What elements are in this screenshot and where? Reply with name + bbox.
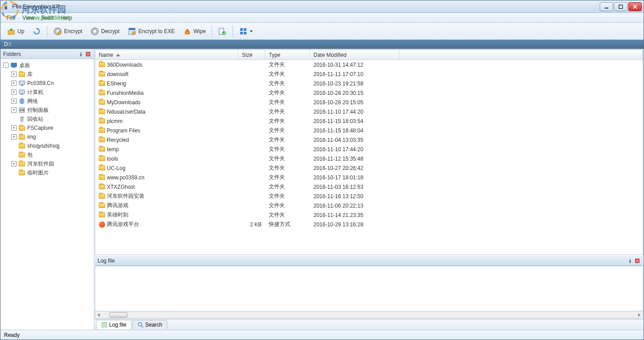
control-icon: [18, 106, 25, 114]
pin-icon[interactable]: [627, 258, 633, 264]
folder-icon: [99, 128, 105, 133]
encrypt-exe-button[interactable]: Encrypt to EXE: [124, 25, 178, 38]
decrypt-button[interactable]: Decrypt: [87, 25, 123, 38]
file-list[interactable]: Name Size Type Date Modified 360Download…: [95, 50, 643, 255]
svg-rect-20: [244, 32, 246, 34]
menu-view[interactable]: View: [19, 14, 38, 22]
tree-node[interactable]: shsqysdshsqj: [0, 141, 94, 150]
cell-type: 文件夹: [265, 154, 310, 163]
svg-rect-27: [19, 81, 25, 85]
file-row[interactable]: 河东软件园安装文件夹2016-11-16 13:12:50: [95, 191, 643, 201]
svg-rect-17: [240, 28, 243, 31]
cell-name: XTXZGhost: [95, 183, 238, 191]
file-row[interactable]: 腾讯游戏平台2 KB快捷方式2016-10-29 13:16:28: [95, 220, 643, 229]
tree-node[interactable]: +控制面板: [0, 106, 94, 115]
cell-name: Recycled: [95, 136, 238, 144]
tree-node[interactable]: +网络: [0, 97, 94, 106]
file-row[interactable]: FunshionMedia文件夹2016-10-28 20:30:15: [95, 88, 643, 98]
tree-node[interactable]: +img: [0, 132, 94, 141]
tree-toggle-icon[interactable]: +: [11, 161, 17, 166]
file-row[interactable]: plcmm文件夹2016-11-15 18:03:54: [95, 116, 643, 126]
menu-tools[interactable]: Tools: [38, 14, 57, 22]
column-size[interactable]: Size: [238, 50, 265, 60]
file-row[interactable]: ESheng文件夹2016-10-23 19:21:58: [95, 79, 643, 88]
tree-toggle-icon[interactable]: +: [11, 125, 17, 131]
tree-node[interactable]: +Pc0359.Cn: [0, 79, 94, 88]
toolbar-separator: [212, 26, 212, 37]
tree-node[interactable]: 包: [0, 150, 94, 159]
up-button[interactable]: Up: [3, 25, 28, 38]
tree-toggle-icon[interactable]: +: [11, 72, 17, 77]
menu-help[interactable]: Help: [57, 14, 76, 22]
file-row[interactable]: UC-Log文件夹2016-10-27 20:26:42: [95, 163, 643, 173]
maximize-button[interactable]: [614, 2, 627, 11]
computer-icon: [18, 80, 25, 87]
log-scrollbar[interactable]: [95, 311, 643, 319]
file-row[interactable]: Recycled文件夹2016-11-04 13:03:35: [95, 135, 643, 144]
file-row[interactable]: 腾讯游戏文件夹2016-11-06 20:22:13: [95, 201, 643, 210]
cell-size: [238, 196, 265, 197]
tree-toggle-icon[interactable]: +: [11, 107, 17, 113]
tree-node[interactable]: +FSCapture: [0, 123, 94, 132]
log-body[interactable]: [95, 266, 643, 311]
tree-toggle-icon[interactable]: +: [11, 134, 17, 140]
folder-icon: [99, 81, 105, 86]
panel-close-icon[interactable]: [85, 51, 91, 57]
svg-point-44: [138, 323, 142, 326]
tree-label: 网络: [27, 98, 38, 105]
file-row[interactable]: downsoft文件夹2016-11-11 17:07:10: [95, 69, 643, 79]
computer-icon: [18, 89, 25, 96]
tree-toggle-icon[interactable]: +: [11, 81, 17, 86]
column-name[interactable]: Name: [95, 50, 238, 60]
folder-icon: [99, 90, 105, 95]
file-row[interactable]: tools文件夹2016-11-12 15:35:48: [95, 154, 643, 163]
view-mode-button[interactable]: [235, 25, 257, 38]
log-header: Log file: [95, 256, 643, 266]
cell-type: 快捷方式: [265, 220, 310, 229]
panel-close-icon[interactable]: [634, 258, 640, 264]
file-row[interactable]: MyDownloads文件夹2016-10-28 20:15:05: [95, 98, 643, 107]
cell-date: 2016-10-29 13:16:28: [310, 221, 399, 229]
app-window: File Encryption XP File View Tools Help …: [0, 0, 644, 340]
cell-date: 2016-11-15 16:48:04: [310, 127, 399, 135]
tree-node[interactable]: +河东软件园: [0, 159, 94, 168]
cell-size: [238, 111, 265, 113]
tab-logfile[interactable]: Log file: [96, 320, 131, 329]
file-row[interactable]: temp文件夹2016-11-10 17:44:20: [95, 144, 643, 154]
tree-toggle-icon[interactable]: -: [3, 63, 8, 68]
folder-tree[interactable]: -桌面+库+Pc0359.Cn+计算机+网络+控制面板回收站+FSCapture…: [0, 59, 94, 330]
tree-node[interactable]: 回收站: [0, 115, 94, 123]
encrypt-button[interactable]: Encrypt: [50, 25, 86, 38]
cell-size: [238, 177, 265, 178]
tree-toggle-icon[interactable]: +: [11, 98, 17, 104]
file-row[interactable]: 英雄时刻文件夹2016-11-14 21:23:35: [95, 210, 643, 220]
file-row[interactable]: 360Downloads文件夹2016-10-31 14:47:12: [95, 60, 643, 69]
tab-search[interactable]: Search: [132, 320, 167, 329]
file-row[interactable]: NduoaUserData文件夹2016-11-10 17:44:20: [95, 107, 643, 116]
tree-label: 河东软件园: [27, 160, 54, 168]
column-type[interactable]: Type: [265, 50, 310, 60]
folder-icon: [99, 72, 105, 76]
toolbar-separator: [233, 26, 233, 37]
close-button[interactable]: [628, 2, 642, 11]
column-date[interactable]: Date Modified: [310, 50, 399, 60]
refresh-button[interactable]: [29, 25, 45, 38]
tree-toggle-blank: [11, 143, 17, 149]
file-row[interactable]: www.pc0359.cn文件夹2016-10-17 18:01:18: [95, 173, 643, 182]
wipe-button[interactable]: Wipe: [179, 25, 209, 38]
tree-toggle-icon[interactable]: +: [11, 89, 17, 95]
tree-label: 桌面: [19, 62, 30, 69]
properties-button[interactable]: [214, 25, 230, 38]
file-row[interactable]: XTXZGhost文件夹2016-11-03 16:12:53: [95, 182, 643, 191]
pin-icon[interactable]: [78, 51, 84, 57]
encrypt-label: Encrypt: [64, 28, 82, 34]
tree-node[interactable]: -桌面: [0, 61, 94, 70]
scrollbar-thumb[interactable]: [110, 312, 127, 318]
minimize-button[interactable]: [600, 2, 613, 11]
tree-node[interactable]: 临时图片: [0, 168, 94, 177]
tree-label: 临时图片: [27, 169, 49, 177]
file-row[interactable]: Program Files文件夹2016-11-15 16:48:04: [95, 126, 643, 135]
tree-node[interactable]: +计算机: [0, 88, 94, 97]
menu-file[interactable]: File: [3, 14, 19, 22]
tree-node[interactable]: +库: [0, 70, 94, 79]
